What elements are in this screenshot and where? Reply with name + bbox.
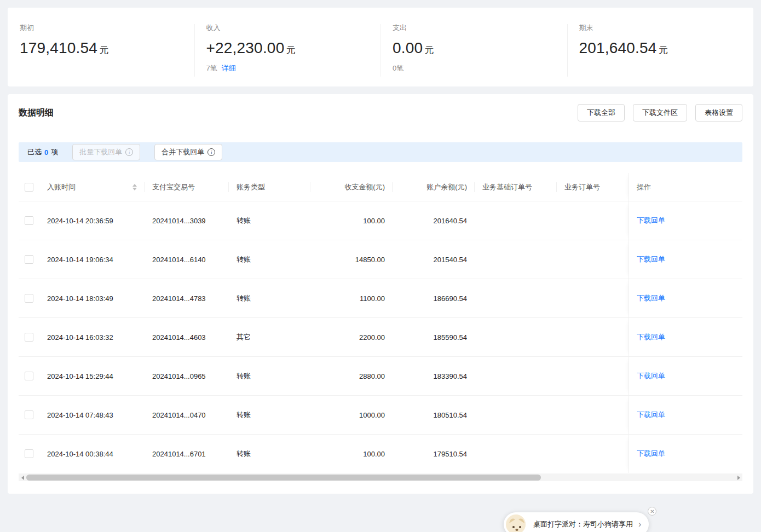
download-receipt-link[interactable]: 下载回单: [637, 371, 665, 381]
toast-text: 桌面打字派对：寿司小狗请享用: [533, 519, 633, 529]
header-entry-time[interactable]: 入账时间: [39, 182, 145, 192]
scroll-right-arrow-icon[interactable]: [735, 474, 742, 481]
table-row: 2024-10-14 07:48:43 20241014...0470 转账 1…: [19, 396, 742, 435]
scroll-left-arrow-icon[interactable]: [19, 474, 26, 481]
summary-card: 期初 179,410.54元 收入 +22,230.00元 7笔详细 支出 0.…: [8, 8, 753, 86]
download-receipt-link[interactable]: 下载回单: [637, 410, 665, 420]
summary-expense-value: 0.00元: [393, 39, 554, 57]
expense-count: 0笔: [393, 64, 403, 72]
header-amount: 收支金额(元): [310, 182, 393, 192]
cell-amount: 14850.00: [310, 256, 393, 264]
table-header-row: 入账时间 支付宝交易号 账务类型 收支金额(元) 账户余额(元) 业务基础订单号…: [19, 173, 742, 201]
summary-closing-value: 201,640.54元: [579, 39, 741, 57]
row-checkbox[interactable]: [25, 410, 33, 419]
cell-amount: 2880.00: [310, 372, 393, 380]
cell-balance: 179510.54: [393, 450, 475, 458]
cell-account-type: 转账: [229, 255, 310, 264]
row-checkbox[interactable]: [25, 216, 33, 225]
header-action: 操作: [629, 173, 742, 201]
download-receipt-link[interactable]: 下载回单: [637, 216, 665, 225]
download-all-button[interactable]: 下载全部: [578, 104, 625, 122]
download-receipt-link[interactable]: 下载回单: [637, 449, 665, 459]
row-checkbox-cell: [19, 410, 39, 419]
download-file-area-button[interactable]: 下载文件区: [633, 104, 687, 122]
cell-entry-time: 2024-10-14 00:38:44: [39, 450, 145, 458]
cell-entry-time: 2024-10-14 07:48:43: [39, 411, 145, 419]
cell-account-type: 转账: [229, 410, 310, 420]
merge-download-label: 合并下载回单: [162, 147, 204, 157]
cell-account-type: 其它: [229, 332, 310, 342]
cell-account-type: 转账: [229, 216, 310, 225]
summary-closing: 期末 201,640.54元: [567, 23, 754, 86]
row-checkbox[interactable]: [25, 449, 33, 458]
income-count: 7笔: [206, 64, 217, 72]
table-row: 2024-10-14 16:03:32 20241014...4603 其它 2…: [19, 318, 742, 357]
cell-transaction-id: 20241014...0965: [145, 372, 229, 380]
cell-transaction-id: 20241014...4603: [145, 333, 229, 342]
page-title: 数据明细: [19, 107, 54, 119]
download-receipt-link[interactable]: 下载回单: [637, 332, 665, 342]
row-checkbox-cell: [19, 216, 39, 225]
cell-entry-time: 2024-10-14 15:29:44: [39, 372, 145, 380]
cell-balance: 185590.54: [393, 333, 475, 342]
header-balance: 账户余额(元): [393, 182, 475, 192]
cell-action: 下载回单: [629, 318, 742, 356]
header-buttons: 下载全部 下载文件区 表格设置: [569, 104, 742, 122]
row-checkbox-cell: [19, 255, 39, 264]
cell-balance: 201640.54: [393, 217, 475, 225]
cell-balance: 201540.54: [393, 256, 475, 264]
horizontal-scrollbar[interactable]: [19, 474, 742, 481]
close-icon[interactable]: ✕: [648, 507, 656, 516]
cell-balance: 183390.54: [393, 372, 475, 380]
row-checkbox[interactable]: [25, 255, 33, 264]
info-icon: i: [125, 148, 133, 156]
data-detail-card: 数据明细 下载全部 下载文件区 表格设置 已选 0 项 批量下载回单 i 合并下…: [8, 94, 753, 494]
row-checkbox-cell: [19, 294, 39, 303]
header-account-type: 账务类型: [229, 182, 310, 192]
chevron-right-icon[interactable]: ›: [638, 520, 641, 529]
table-row: 2024-10-14 18:03:49 20241014...4783 转账 1…: [19, 279, 742, 318]
cell-account-type: 转账: [229, 371, 310, 381]
income-detail-link[interactable]: 详细: [222, 64, 236, 72]
scrollbar-track[interactable]: [26, 474, 735, 481]
summary-expense-sub: 0笔: [393, 63, 554, 73]
summary-expense-label: 支出: [393, 23, 554, 33]
cell-transaction-id: 20241014...0470: [145, 411, 229, 419]
table-row: 2024-10-14 00:38:44 20241014...6701 转账 1…: [19, 435, 742, 473]
cell-entry-time: 2024-10-14 20:36:59: [39, 217, 145, 225]
transactions-table: 入账时间 支付宝交易号 账务类型 收支金额(元) 账户余额(元) 业务基础订单号…: [19, 173, 742, 473]
table-settings-button[interactable]: 表格设置: [695, 104, 742, 122]
table-row: 2024-10-14 15:29:44 20241014...0965 转账 2…: [19, 357, 742, 396]
select-all-checkbox[interactable]: [25, 183, 33, 192]
summary-income-label: 收入: [206, 23, 368, 33]
promo-toast[interactable]: 桌面打字派对：寿司小狗请享用 › ✕: [504, 512, 649, 532]
row-checkbox[interactable]: [25, 333, 33, 342]
cell-transaction-id: 20241014...4783: [145, 294, 229, 303]
row-checkbox[interactable]: [25, 294, 33, 303]
cell-action: 下载回单: [629, 240, 742, 279]
cell-account-type: 转账: [229, 293, 310, 303]
merge-download-receipts-button[interactable]: 合并下载回单 i: [154, 144, 222, 160]
cell-amount: 1000.00: [310, 411, 393, 419]
selected-suffix: 项: [51, 147, 58, 157]
page: 期初 179,410.54元 收入 +22,230.00元 7笔详细 支出 0.…: [0, 0, 761, 532]
table-row: 2024-10-14 20:36:59 20241014...3039 转账 1…: [19, 201, 742, 240]
sort-icon[interactable]: [132, 184, 137, 190]
scrollbar-thumb[interactable]: [26, 475, 541, 481]
row-checkbox-cell: [19, 449, 39, 458]
cell-entry-time: 2024-10-14 18:03:49: [39, 294, 145, 303]
batch-download-receipts-button[interactable]: 批量下载回单 i: [72, 144, 140, 160]
download-receipt-link[interactable]: 下载回单: [637, 293, 665, 303]
summary-income-sub: 7笔详细: [206, 63, 368, 73]
cell-account-type: 转账: [229, 449, 310, 459]
cell-transaction-id: 20241014...6701: [145, 450, 229, 458]
cell-balance: 180510.54: [393, 411, 475, 419]
download-receipt-link[interactable]: 下载回单: [637, 255, 665, 264]
summary-income-value: +22,230.00元: [206, 39, 368, 57]
cell-entry-time: 2024-10-14 19:06:34: [39, 256, 145, 264]
cell-entry-time: 2024-10-14 16:03:32: [39, 333, 145, 342]
summary-closing-label: 期末: [579, 23, 741, 33]
row-checkbox[interactable]: [25, 372, 33, 380]
selection-bar: 已选 0 项 批量下载回单 i 合并下载回单 i: [19, 142, 742, 162]
summary-opening-label: 期初: [20, 23, 181, 33]
